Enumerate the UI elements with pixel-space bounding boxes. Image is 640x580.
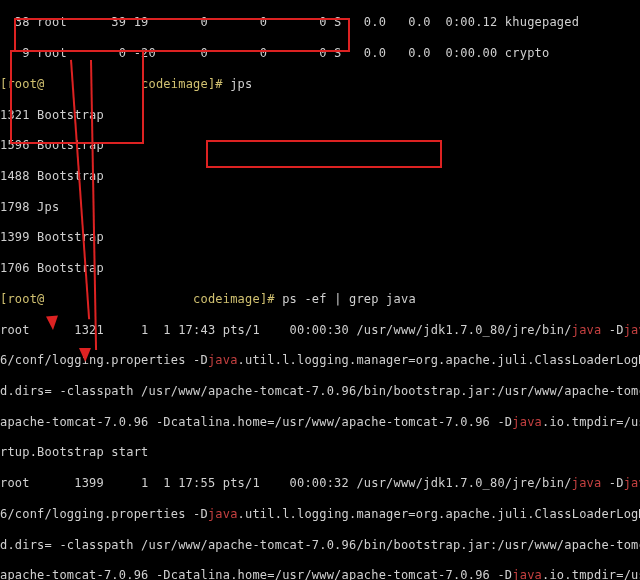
jps-output: 1399 Bootstrap: [0, 230, 640, 245]
jps-output: 1596 Bootstrap: [0, 138, 640, 153]
ps-row: d.dirs= -classpath /usr/www/apache-tomca…: [0, 384, 640, 399]
ps-row: root 1321 1 1 17:43 pts/1 00:00:30 /usr/…: [0, 323, 640, 338]
ps-row: d.dirs= -classpath /usr/www/apache-tomca…: [0, 538, 640, 553]
jps-output: 1321 Bootstrap: [0, 108, 640, 123]
ps-row: root 1399 1 1 17:55 pts/1 00:00:32 /usr/…: [0, 476, 640, 491]
top-processes: 9 root 0 -20 0 0 0 S 0.0 0.0 0:00.00 cry…: [0, 46, 640, 61]
ps-row: apache-tomcat-7.0.96 -Dcatalina.home=/us…: [0, 415, 640, 430]
ps-row: apache-tomcat-7.0.96 -Dcatalina.home=/us…: [0, 568, 640, 580]
top-processes: 38 root 39 19 0 0 0 S 0.0 0.0 0:00.12 kh…: [0, 15, 640, 30]
ps-row: 6/conf/logging.properties -Djava.util.l.…: [0, 507, 640, 522]
prompt-jps: [root@ codeimage]# jps: [0, 77, 640, 92]
terminal[interactable]: 38 root 39 19 0 0 0 S 0.0 0.0 0:00.12 kh…: [0, 0, 640, 580]
jps-output: 1706 Bootstrap: [0, 261, 640, 276]
ps-row: rtup.Bootstrap start: [0, 445, 640, 460]
ps-row: 6/conf/logging.properties -Djava.util.l.…: [0, 353, 640, 368]
jps-output: 1798 Jps: [0, 200, 640, 215]
jps-output: 1488 Bootstrap: [0, 169, 640, 184]
prompt-ps: [root@ codeimage]# ps -ef | grep java: [0, 292, 640, 307]
